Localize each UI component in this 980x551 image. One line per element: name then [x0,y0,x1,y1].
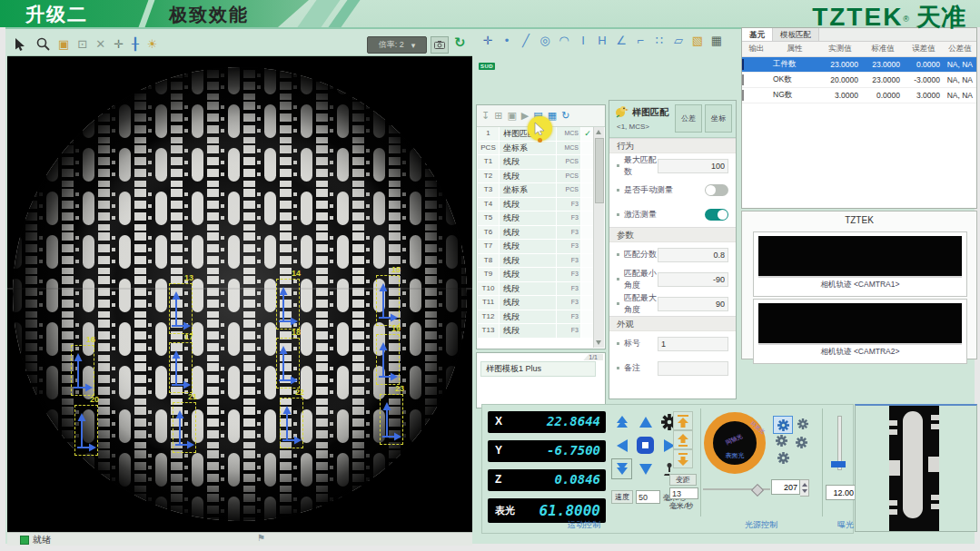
jog-stop-button[interactable] [635,435,656,456]
surface-light-channel-button[interactable] [775,434,787,447]
label-number-input[interactable] [658,337,728,351]
image-icon[interactable]: ▣ [58,37,69,52]
scatter-icon[interactable]: ∷ [653,34,666,47]
scroll-down-icon[interactable] [596,340,601,345]
arc-icon[interactable]: ◠ [558,34,570,47]
scrollbar[interactable] [593,127,604,348]
fillet-icon[interactable]: ⌐ [634,34,647,47]
jog-up-fast-button[interactable] [611,411,632,432]
list-item[interactable]: T7线段F3 [478,240,594,254]
list-item[interactable]: T3坐标系PCS [478,183,594,198]
scroll-up-icon[interactable] [596,130,601,134]
aux-light-channel-button[interactable] [777,451,789,464]
axes-icon [277,280,299,329]
coordinate-button[interactable]: 坐标 [705,104,732,133]
list-item[interactable]: T9线段F3 [478,268,594,282]
refresh-icon[interactable]: ↻ [561,110,569,122]
max-match-input[interactable] [658,159,728,173]
axes-icon [281,398,302,448]
list-item[interactable]: T13线段F3 [478,324,594,339]
spinner[interactable] [800,479,809,497]
jog-down-button[interactable] [635,458,656,479]
close-region-icon[interactable]: ✕ [95,37,105,52]
speed-button[interactable]: 速度 [611,490,633,504]
item-ref: PCS [557,155,581,169]
match-number: 17 [184,332,193,341]
ring-light-channel-button[interactable] [773,416,793,434]
table-row[interactable]: 工件数 23.0000 23.0000 0.0000 NA, NA [742,57,976,73]
line-icon[interactable]: ╱ [520,34,532,47]
min-angle-input[interactable] [658,272,728,287]
jog-up-button[interactable] [635,411,656,432]
max-angle-input[interactable] [658,297,728,311]
snapshot-button[interactable] [431,36,449,54]
cursor-icon[interactable] [13,37,27,52]
list-item[interactable]: T1线段PCS [478,155,594,170]
feature-list: 1样图匹配MCS✓PCS坐标系MCST1线段PCST2线段PCST3坐标系PCS… [478,127,594,348]
sync-icon[interactable]: ↻ [454,34,466,51]
flag-icon[interactable]: ⚑ [257,533,265,543]
list-item[interactable]: T12线段F3 [478,310,594,325]
remark-input[interactable] [658,361,728,376]
list-item[interactable]: T2线段PCS [478,170,594,184]
manual-measure-toggle[interactable] [705,184,728,196]
item-ref: MCS [557,142,581,155]
list-item[interactable]: T8线段F3 [478,254,594,269]
list-item[interactable]: T4线段F3 [478,198,594,212]
coordinate-icon[interactable]: ✛ [481,34,494,47]
camera-view[interactable]: 1314151617181920212223 [7,56,472,532]
list-item[interactable]: T11线段F3 [478,296,594,310]
jog-left-button[interactable] [611,435,632,456]
copy-icon[interactable]: ⊞ [494,110,502,122]
calculator-icon[interactable]: ▦ [710,34,723,47]
list-item[interactable]: PCS坐标系MCS [478,142,594,156]
tolerance-button[interactable]: 公差 [675,104,702,133]
jog-pad [611,411,679,479]
speed-input[interactable] [636,490,660,504]
angle-icon[interactable]: ∠ [615,34,628,47]
z-up-button[interactable] [673,430,693,449]
circle-icon[interactable]: ◎ [539,34,551,47]
run-icon[interactable]: ▶ [521,110,529,122]
template-item[interactable]: 样图模板1 Plus [480,361,596,377]
list-item[interactable]: T10线段F3 [478,282,594,297]
output-checkbox[interactable] [742,59,744,70]
table-row[interactable]: OK数 20.0000 23.0000 -3.0000 NA, NA [742,73,976,88]
back-light-channel-button[interactable] [795,436,807,448]
output-checkbox[interactable] [742,74,744,85]
slider-handle[interactable] [751,484,764,497]
template-icon[interactable]: ▧ [691,34,704,47]
list-item[interactable]: T5线段F3 [478,212,594,226]
light-value-input[interactable] [771,479,800,495]
table-row[interactable]: NG数 3.0000 0.0000 3.0000 NA, NA [742,88,976,103]
vertical-distance-icon[interactable]: I [577,34,589,47]
z-up-limit-button[interactable] [673,411,693,430]
coaxial-light-channel-button[interactable] [797,418,808,429]
light-intensity-slider[interactable] [703,485,770,494]
measure-icon[interactable]: ╂ [132,37,139,52]
exposure-slider-handle[interactable] [831,461,846,467]
horizontal-distance-icon[interactable]: H [596,34,609,47]
ring-light-graphic[interactable]: 环形光 同轴光 表面光 [703,411,767,475]
step-button[interactable]: 变距 [669,474,697,486]
polygon-icon[interactable]: ▱ [672,34,685,47]
save-icon[interactable]: ▣ [507,110,516,122]
output-checkbox[interactable] [742,90,744,101]
magnification-select[interactable]: 倍率: 2 ▾ [367,36,427,54]
jog-down-fast-button[interactable] [611,458,632,479]
exposure-value-input[interactable] [826,485,856,500]
step-input[interactable] [669,487,698,499]
crosshair-icon[interactable]: ✛ [114,37,124,52]
zoom-camera-view[interactable] [855,404,977,532]
list-item[interactable]: T6线段F3 [478,226,594,241]
zoom-icon[interactable] [35,37,50,52]
lamp-icon[interactable]: ☀ [147,37,158,52]
import-icon[interactable]: ↧ [481,110,490,122]
capture-frame-icon[interactable]: ⊡ [77,37,87,52]
match-score-input[interactable] [658,248,728,262]
active-measure-toggle[interactable] [705,209,728,221]
point-icon[interactable]: • [500,34,513,47]
scroll-thumb[interactable] [595,138,604,203]
z-down-button[interactable] [673,449,693,468]
tab-primitive[interactable]: 基元 [742,28,773,41]
